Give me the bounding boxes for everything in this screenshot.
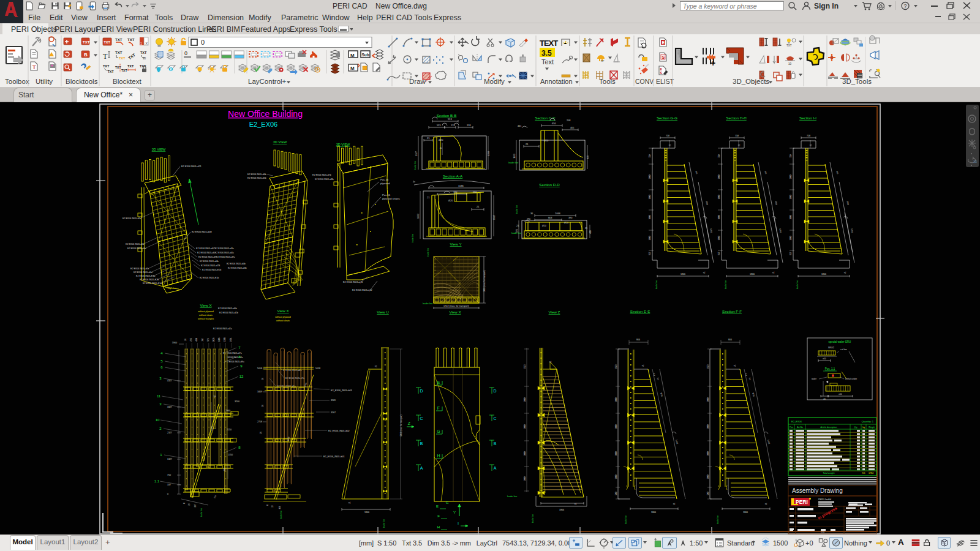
svg-text:1000: 1000 [718, 215, 720, 219]
svg-text:Delta/cutube: Delta/cutube [845, 378, 857, 380]
svg-text:leader line: leader line [725, 280, 727, 289]
svg-text:+: + [710, 58, 715, 68]
svg-text:720: 720 [453, 191, 457, 193]
svg-text:1000: 1000 [718, 174, 720, 179]
svg-text:?: ? [904, 3, 907, 9]
svg-text:0: 0 [183, 503, 186, 504]
svg-text:5058: 5058 [257, 367, 262, 370]
svg-text:Ø20: Ø20 [544, 140, 548, 142]
svg-text:1866: 1866 [821, 273, 826, 276]
svg-text:305: 305 [695, 171, 698, 174]
svg-text:1517: 1517 [493, 215, 496, 220]
svg-text:T: T [103, 52, 108, 61]
svg-text:1000: 1000 [524, 424, 526, 429]
svg-text:e50: e50 [823, 358, 826, 360]
svg-text:B: B [420, 441, 423, 446]
svg-text:E: E [437, 380, 440, 384]
svg-text:E2 EX06 IN03+d3b: E2 EX06 IN03+d3b [228, 267, 247, 269]
svg-text:PERI GmbH: PERI GmbH [818, 498, 831, 501]
svg-text:Y: Y [453, 511, 456, 514]
svg-text:Section C-C: Section C-C [535, 116, 556, 120]
svg-text:E2 EX06 IN03+d0E2 EX06 IN03+d4: E2 EX06 IN03+d0E2 EX06 IN03+d4u [197, 252, 234, 254]
svg-text:21: 21 [549, 361, 552, 363]
svg-text:E2 EX06 IN03+d7B: E2 EX06 IN03+d7B [201, 264, 221, 267]
svg-text:1000: 1000 [649, 195, 651, 199]
svg-text:293: 293 [190, 338, 192, 342]
svg-text:E2 EX06 IN03+E2b: E2 EX06 IN03+E2b [140, 279, 159, 281]
svg-text:Section F-F: Section F-F [722, 309, 742, 313]
svg-text:1123: 1123 [524, 364, 526, 369]
svg-text:21: 21 [734, 364, 736, 367]
svg-text:1051: 1051 [675, 440, 679, 444]
svg-text:Ø20: Ø20 [774, 201, 777, 205]
svg-text:Ø20: Ø20 [705, 201, 708, 205]
svg-text:1051: 1051 [767, 440, 771, 444]
svg-text:3: 3 [159, 402, 162, 406]
svg-text:TXT: TXT [115, 51, 123, 54]
svg-text:Z: Z [408, 421, 411, 425]
svg-text:Blocktools: Blocktools [66, 78, 98, 85]
svg-text:View X: View X [200, 303, 211, 307]
svg-text:36: 36 [530, 212, 533, 215]
svg-text:305: 305 [836, 171, 839, 174]
svg-text:H: H [437, 525, 440, 529]
svg-text:1722 (max. for transport): 1722 (max. for transport) [443, 305, 470, 307]
svg-text:C: C [420, 416, 423, 421]
svg-text:3D: 3D [973, 160, 978, 163]
svg-text::X: :X [145, 42, 148, 45]
svg-text:1273: 1273 [211, 426, 214, 430]
svg-text:TXT: TXT [121, 69, 127, 72]
svg-text:TXT: TXT [127, 53, 136, 61]
svg-text:1866: 1866 [680, 273, 685, 276]
svg-text:663: 663 [548, 217, 552, 219]
svg-text:750: 750 [167, 474, 171, 476]
svg-text:E2_EX06_IN03+b02: E2_EX06_IN03+b02 [328, 430, 350, 432]
svg-text:1000: 1000 [790, 215, 792, 219]
svg-text:A: A [494, 466, 497, 470]
svg-text:21: 21 [765, 503, 767, 505]
svg-text:leader line: leader line [383, 519, 385, 528]
svg-text:1136: 1136 [458, 184, 464, 187]
svg-text:714: 714 [748, 377, 751, 381]
svg-text:1000: 1000 [707, 451, 709, 455]
svg-text:without cleats: without cleats [276, 320, 290, 322]
svg-text:Pos.16: Pos.16 [380, 178, 389, 181]
svg-text:1000: 1000 [524, 476, 526, 481]
svg-text:305: 305 [764, 171, 767, 174]
svg-text:plywood stripes: plywood stripes [382, 197, 400, 200]
svg-text:Assembly Drawing: Assembly Drawing [792, 487, 843, 494]
svg-text:E2 EX06 IN03+d8b: E2 EX06 IN03+d8b [315, 178, 334, 181]
svg-text:0: 0 [167, 493, 168, 495]
svg-text:21: 21 [738, 144, 741, 146]
svg-text:F: F [437, 514, 440, 518]
svg-text:Toolbox: Toolbox [5, 78, 29, 85]
svg-text:leader line: leader line [655, 280, 658, 289]
svg-text:750: 750 [790, 154, 792, 158]
svg-text:21: 21 [703, 271, 706, 274]
svg-text:E2 EX06 IN03+d2a: E2 EX06 IN03+d2a [213, 328, 232, 330]
svg-text:1866: 1866 [743, 511, 748, 514]
svg-text:E2 EX06 IN03+E1a: E2 EX06 IN03+E1a [143, 282, 162, 285]
svg-text:1000: 1000 [649, 215, 651, 219]
svg-text:plywood: plywood [380, 182, 390, 185]
svg-text:337: 337 [194, 504, 197, 507]
svg-text:1000: 1000 [615, 474, 617, 479]
svg-text:Section I-I: Section I-I [799, 116, 816, 120]
svg-text:e6: e6 [823, 398, 826, 400]
svg-text:D: D [420, 389, 423, 393]
svg-text:21: 21 [810, 144, 812, 146]
svg-text:758: 758 [735, 135, 739, 137]
svg-text:441: 441 [518, 125, 521, 127]
svg-text:B: B [84, 52, 88, 58]
svg-text:1051: 1051 [850, 228, 853, 233]
svg-text:without triangles: without triangles [198, 318, 214, 320]
svg-text:1036: 1036 [213, 337, 215, 342]
svg-text:1000: 1000 [615, 451, 617, 455]
svg-text:0: 0 [266, 504, 269, 506]
svg-text:E: E [662, 40, 665, 45]
svg-text:1306: 1306 [218, 337, 221, 342]
svg-text:E2 EX06 IN03+d4a: E2 EX06 IN03+d4a [134, 271, 153, 274]
svg-text:E2 EX06 IN03+d4b: E2 EX06 IN03+d4b [200, 260, 219, 263]
svg-text:D: D [493, 389, 496, 393]
svg-text:without plywood: without plywood [275, 316, 291, 318]
